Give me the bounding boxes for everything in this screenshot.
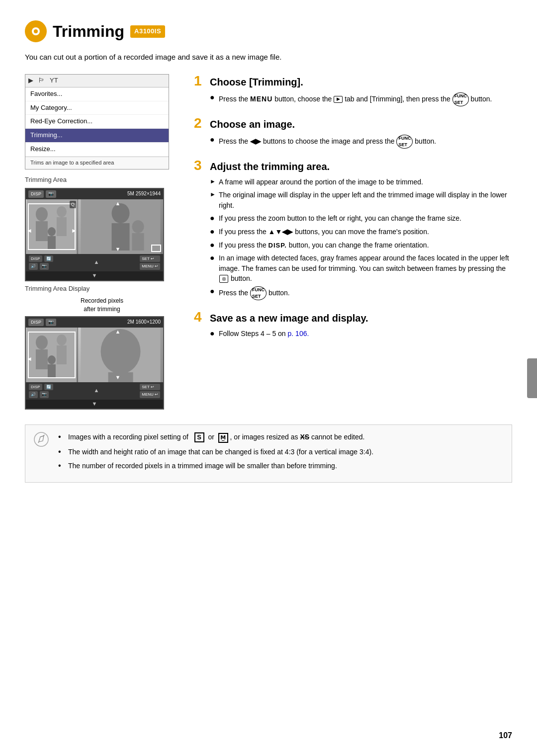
notes-box: • Images with a recording pixel setting … <box>25 424 512 483</box>
step-2-title: Choose an image. <box>210 117 295 132</box>
svg-line-24 <box>38 442 39 443</box>
step-1-header: 1 Choose [Trimming]. <box>194 74 512 89</box>
notes-content: • Images with a recording pixel setting … <box>58 432 503 476</box>
main-layout: ▶ 🏳 YT Favorites... My Category... Red-E… <box>25 74 512 410</box>
side-tab <box>527 358 537 398</box>
menu-item-trimming[interactable]: Trimming... <box>25 129 169 143</box>
trimming-area-label: Trimming Area <box>25 175 179 185</box>
cam-image-area-1: Q ◄ ► <box>26 199 163 254</box>
bullet-dot-3c: ● <box>210 240 216 251</box>
step-3-header: 3 Adjust the trimming area. <box>194 159 512 174</box>
step-3-bullet-1: ► A frame will appear around the portion… <box>210 177 512 187</box>
page-title: Trimming <box>53 20 124 43</box>
step-2-bullet-1-text: Press the ◀▶ buttons to choose the image… <box>219 135 512 149</box>
cam-controls-1: DISP 🔄 🔊 📷 ▲ SET ↩ MENU ↩ <box>26 254 163 271</box>
zoom-icon-1: Q <box>70 201 76 208</box>
cam-ctrl-center-1: ▲ <box>94 258 99 266</box>
note-1: • Images with a recording pixel setting … <box>58 432 503 443</box>
step-4-header: 4 Save as a new image and display. <box>194 310 512 326</box>
menu-item-resize[interactable]: Resize... <box>25 143 169 157</box>
arrow-down-1: ▼ <box>115 246 121 253</box>
step-1-title: Choose [Trimming]. <box>210 75 303 89</box>
disp-btn-1: DISP <box>28 190 44 198</box>
ctrl-btn-rotate2: 🔄 <box>44 384 53 391</box>
bullet-dot-3b: ● <box>210 227 216 237</box>
menu-item-favorites[interactable]: Favorites... <box>25 87 169 101</box>
step-2-content: ● Press the ◀▶ buttons to choose the ima… <box>210 135 512 149</box>
cam-panel-left-1: Q ◄ ► <box>26 199 78 254</box>
step-4-bullet-1: ● Follow Steps 4 – 5 on p. 106. <box>210 329 512 339</box>
cam-display-1: DISP 📷 5M 2592×1944 <box>25 188 164 281</box>
arrow-left-2: ◄ <box>26 355 32 363</box>
menu-item-mycategory[interactable]: My Category... <box>25 101 169 115</box>
page-link[interactable]: p. 106. <box>288 330 309 337</box>
step-3-bullet-6-text: In an image with detected faces, gray fr… <box>219 253 512 283</box>
func-set-icon-1: FUNCSET <box>452 92 469 106</box>
cam-controls-2: DISP 🔄 🔊 📷 ▲ SET ↩ MENU ↩ <box>26 382 163 400</box>
bullet-dot-3d: ● <box>210 253 216 263</box>
cam-display-2: DISP 📷 2M 1600×1200 <box>25 316 164 410</box>
step-3-number: 3 <box>194 159 206 172</box>
bullet-dot-2: ● <box>210 135 216 145</box>
section-icon <box>25 20 47 42</box>
step-3-bullet-7: ● Press the FUNCSET button. <box>210 286 512 300</box>
m-badge: M̲ <box>218 433 228 443</box>
play-tab-icon: ▶ <box>334 96 343 103</box>
ctrl-btn-menu: MENU ↩ <box>140 263 160 270</box>
ctrl-btn-img3: 📷 <box>40 391 49 398</box>
arrow-left-1: ◄ <box>26 227 32 235</box>
ctrl-btn-menu2: MENU ↩ <box>140 391 160 398</box>
step-2-number: 2 <box>194 116 206 130</box>
ctrl-btn-disp: DISP <box>29 255 42 262</box>
face-select-icon: ⊡ <box>219 275 228 283</box>
note-1-text: Images with a recording pixel setting of… <box>68 432 364 443</box>
cam-header-1: DISP 📷 5M 2592×1944 <box>26 189 163 199</box>
tab-settings-icon: YT <box>50 76 58 85</box>
note-2-text: The width and height ratio of an image t… <box>68 447 373 457</box>
step-3-bullet-6: ● In an image with detected faces, gray … <box>210 253 512 283</box>
page-number: 107 <box>499 730 512 741</box>
trimming-area-display-label: Trimming Area Display <box>25 284 179 294</box>
intro-text: You can cut out a portion of a recorded … <box>25 52 512 63</box>
ctrl-btn-disp2: DISP <box>29 384 42 391</box>
arrow-down-2: ▼ <box>115 374 121 382</box>
bullet-dot-4: ● <box>210 329 216 339</box>
ctrl-btn-set2: SET ↩ <box>140 384 160 391</box>
pencil-icon-container <box>32 432 50 447</box>
menu-tab-bar: ▶ 🏳 YT <box>25 75 169 87</box>
step-3-bullet-4: ● If you press the ▲▼◀▶ buttons, you can… <box>210 227 512 237</box>
svg-point-10 <box>132 220 144 233</box>
img-btn-1: 📷 <box>46 190 56 198</box>
xs-text: XS <box>300 433 309 441</box>
cam-bottom-arrows: ▼ <box>26 271 163 280</box>
arrow-bullet-1: ► <box>210 177 216 186</box>
note-3-text: The number of recorded pixels in a trimm… <box>68 461 337 471</box>
step-3-bullet-1-text: A frame will appear around the portion o… <box>219 177 512 187</box>
func-set-icon-2: FUNCSET <box>396 135 413 149</box>
disp-text-inline: DISP. <box>268 242 287 249</box>
step-3: 3 Adjust the trimming area. ► A frame wi… <box>194 159 512 300</box>
arrow-down-bottom: ▼ <box>92 272 97 280</box>
note-3: • The number of recorded pixels in a tri… <box>58 461 503 471</box>
tab-play-icon: ▶ <box>28 76 33 85</box>
step-4-bullet-1-text: Follow Steps 4 – 5 on p. 106. <box>219 329 512 338</box>
s-badge: S <box>194 432 204 442</box>
arrow-center-up: ▲ <box>94 258 99 266</box>
cam-image-area-2: ◄ ▲ ▼ <box>26 328 163 382</box>
step-4-title: Save as a new image and display. <box>210 311 368 326</box>
note-dot-3: • <box>58 461 64 471</box>
step-3-bullet-7-text: Press the FUNCSET button. <box>219 286 512 300</box>
cam-panel-right-2: ▲ ▼ <box>78 328 163 382</box>
left-column: ▶ 🏳 YT Favorites... My Category... Red-E… <box>25 74 179 410</box>
step-3-bullet-3: ● If you press the zoom button to the le… <box>210 213 512 224</box>
cam-ctrl-right-2: SET ↩ MENU ↩ <box>140 384 160 398</box>
title-bar: Trimming A3100IS <box>25 20 512 43</box>
arrow-bullet-2: ► <box>210 190 216 199</box>
menu-item-redeye[interactable]: Red-Eye Correction... <box>25 115 169 129</box>
arrow-up-2: ▲ <box>115 328 121 336</box>
menu-screenshot: ▶ 🏳 YT Favorites... My Category... Red-E… <box>25 74 169 169</box>
cam-ctrl-right-1: SET ↩ MENU ↩ <box>140 255 160 270</box>
step-4-content: ● Follow Steps 4 – 5 on p. 106. <box>210 329 512 339</box>
menu-text-inline: MENU <box>250 95 272 103</box>
ctrl-btn-zoom2: 🔊 <box>29 391 38 398</box>
